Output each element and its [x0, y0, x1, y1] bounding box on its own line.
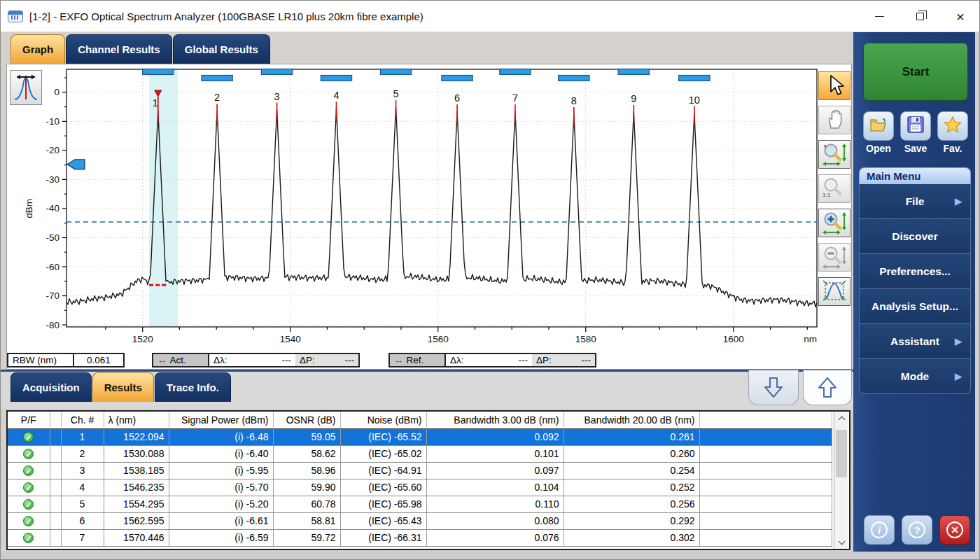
svg-text:-70: -70 [46, 290, 59, 301]
power-cell: (i) -6.59 [169, 529, 273, 546]
zoom-out-icon [820, 244, 848, 272]
exit-button[interactable]: ✕ [939, 515, 970, 545]
tab-channel-results[interactable]: Channel Results [66, 34, 172, 64]
column-header-signal-power-dbm: Signal Power (dBm) [169, 412, 273, 428]
close-button[interactable]: × [940, 1, 980, 32]
pane-up-button[interactable] [803, 370, 852, 405]
pointer-icon [822, 72, 847, 100]
ch-cell: 3 [61, 462, 104, 479]
tab-graph[interactable]: Graph [10, 34, 65, 64]
noise-cell: (IEC) -65.60 [340, 479, 426, 496]
row-selector-cell [50, 496, 61, 512]
quick-buttons [863, 111, 968, 141]
ref-marker-button[interactable]: ↔ Ref. [390, 354, 446, 366]
y-axis-label: dBm [24, 199, 34, 218]
save-button[interactable] [900, 111, 931, 141]
table-scrollbar[interactable] [834, 412, 848, 549]
table-row-ch1[interactable]: ✓11522.094(i) -6.4859.05(IEC) -65.520.09… [8, 428, 832, 445]
ref-label: Ref. [407, 355, 424, 365]
lambda-cell: 1522.094 [104, 428, 169, 445]
view-tabs: GraphChannel ResultsGlobal Results [10, 34, 271, 64]
lambda-cell: 1530.088 [104, 445, 169, 462]
fav-button[interactable] [937, 111, 968, 141]
channel-band-ch4 [321, 76, 351, 81]
peak-label-ch7: 7 [512, 92, 518, 104]
menu-item-analysis-setup[interactable]: Analysis Setup... [859, 289, 971, 324]
help-button[interactable]: ? [902, 515, 932, 545]
pass-check-icon: ✓ [23, 465, 34, 476]
act-delta-p-label: ΔP: [300, 355, 315, 365]
column-header-osnr-db: OSNR (dB) [273, 412, 340, 428]
pass-fail-cell: ✓ [8, 445, 50, 462]
open-button[interactable] [863, 111, 894, 141]
pass-check-icon: ✓ [23, 482, 34, 493]
rbw-value: 0.061 [74, 354, 123, 366]
restore-button[interactable] [899, 1, 940, 32]
info-button[interactable]: i [864, 515, 895, 545]
pan-icon [822, 106, 847, 134]
zoom-in-icon [820, 209, 848, 237]
table-row-ch7[interactable]: ✓71570.446(i) -6.5959.72(IEC) -66.310.07… [8, 529, 832, 546]
bw20-cell: 0.302 [564, 529, 699, 546]
noise-cell: (IEC) -64.91 [340, 462, 426, 479]
table-row-ch6[interactable]: ✓61562.595(i) -6.6158.81(IEC) -65.430.08… [8, 512, 832, 529]
tab-acquisition[interactable]: Acquisition [10, 372, 92, 402]
scrollbar-thumb[interactable] [836, 430, 847, 477]
act-marker-button[interactable]: ↔ Act. [153, 354, 209, 366]
tab-results[interactable]: Results [92, 372, 154, 402]
app-icon [8, 10, 23, 22]
ref-delta-p: ΔP: --- [532, 354, 595, 366]
ch-cell: 7 [61, 529, 104, 546]
table-row-ch3[interactable]: ✓31538.185(i) -5.9558.96(IEC) -64.910.09… [8, 462, 832, 479]
tab-trace-info[interactable]: Trace Info. [155, 372, 231, 402]
scroll-up-button[interactable] [834, 412, 848, 424]
scroll-down-button[interactable] [834, 536, 848, 549]
spectrum-chart[interactable]: 15201540156015801600nm0-10-20-30-40-50-6… [7, 64, 853, 370]
minimize-button[interactable] [859, 1, 899, 32]
table-row-ch5[interactable]: ✓51554.295(i) -5.2060.78(IEC) -65.980.11… [8, 496, 832, 512]
tool-pointer-button[interactable] [818, 71, 850, 100]
noise-cell: (IEC) -66.31 [340, 529, 426, 546]
ch-cell: 6 [61, 512, 104, 529]
lambda-cell: 1546.235 [104, 479, 169, 496]
ref-arrows-icon: ↔ [394, 355, 404, 365]
pass-fail-cell: ✓ [8, 479, 50, 496]
channel-band-ch10 [679, 76, 710, 81]
row-selector-cell [50, 512, 61, 529]
tool-zoom-out-button[interactable] [818, 243, 850, 272]
channel-band-ch2 [202, 76, 232, 81]
x-axis-unit: nm [804, 334, 817, 344]
tool-pan-button[interactable] [818, 106, 850, 134]
tab-global-results[interactable]: Global Results [173, 34, 270, 64]
rbw-readout: RBW (nm) 0.061 [7, 353, 125, 368]
pane-down-button[interactable] [748, 370, 799, 405]
tool-zoom-fit-button[interactable] [818, 277, 850, 306]
ch-cell: 1 [61, 428, 104, 445]
menu-item-mode[interactable]: Mode▶ [859, 359, 971, 394]
tool-zoom-region-button[interactable] [818, 140, 850, 169]
bw3-cell: 0.101 [426, 445, 564, 462]
pass-check-icon: ✓ [23, 432, 34, 442]
bw3-cell: 0.092 [426, 428, 564, 445]
spectrum-trace [66, 107, 817, 307]
menu-item-preferences[interactable]: Preferences... [859, 254, 971, 289]
fav-button-label: Fav. [937, 143, 968, 154]
act-label: Act. [170, 355, 186, 365]
osnr-cell: 59.90 [273, 479, 340, 496]
tool-zoom-in-button[interactable] [818, 209, 850, 237]
menu-item-file[interactable]: File▶ [859, 184, 971, 219]
pass-fail-cell: ✓ [8, 428, 50, 445]
table-row-ch4[interactable]: ✓41546.235(i) -5.7059.90(IEC) -65.600.10… [8, 479, 832, 496]
tool-zoom-1to1-button[interactable]: 1:1 [818, 174, 850, 203]
channel-results-table[interactable]: P/FCh. #λ (nm)Signal Power (dBm)OSNR (dB… [8, 412, 832, 547]
menu-item-discover[interactable]: Discover [859, 219, 971, 254]
start-button[interactable]: Start [863, 43, 968, 101]
svg-text:-20: -20 [46, 145, 59, 155]
menu-item-assistant[interactable]: Assistant▶ [859, 324, 971, 359]
table-row-ch2[interactable]: ✓21530.088(i) -6.4058.62(IEC) -65.020.10… [8, 445, 832, 462]
lambda-cell: 1570.446 [104, 529, 169, 546]
pass-fail-cell: ✓ [8, 529, 50, 546]
osnr-cell: 58.96 [273, 462, 340, 479]
marker-tool-button[interactable] [10, 70, 42, 105]
arrow-up-icon [816, 376, 839, 400]
